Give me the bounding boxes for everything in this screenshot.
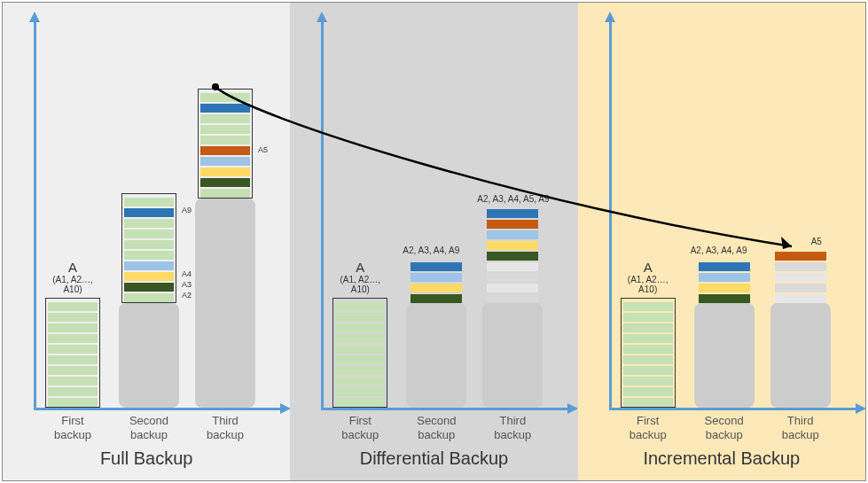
x-labels-diff: First backup Second backup Third backup — [330, 414, 577, 441]
bar-incr-second: A2, A3, A4, A9 — [694, 261, 755, 408]
panel-title-full: Full Backup — [3, 448, 290, 469]
bar-full-second: A2 A3 A4 A9 — [119, 193, 179, 408]
bar-diff-first: A (A1, A2…, A10) — [330, 298, 390, 408]
bar-full-first: A (A1, A2…, A10) — [43, 298, 103, 408]
xlabel: First backup — [618, 414, 678, 441]
x-labels-full: First backup Second backup Third backup — [43, 414, 290, 441]
y-axis — [321, 20, 324, 410]
dataset-members: (A1, A2…, A10) — [330, 275, 390, 294]
y-axis — [609, 20, 612, 410]
xlabel: Second backup — [119, 414, 179, 441]
panel-title-diff: Differential Backup — [290, 448, 577, 469]
chart-full: A (A1, A2…, A10) A2 A3 A4 A9 — [34, 20, 281, 410]
bar-incr-third: A5 — [770, 250, 831, 408]
x-axis — [609, 408, 857, 410]
xlabel: Third backup — [195, 414, 255, 441]
dataset-name: A — [330, 260, 390, 275]
diagram-container: Total Space occupied A (A1, A2…, A10) — [2, 2, 866, 481]
label-a9: A9 — [182, 206, 192, 214]
x-axis — [34, 408, 282, 410]
xlabel: Second backup — [694, 414, 755, 441]
bar-full-third: A5 — [195, 89, 255, 408]
panel-differential-backup: A (A1, A2…, A10) A2, A3, A4, A9 — [290, 3, 577, 480]
chart-diff: A (A1, A2…, A10) A2, A3, A4, A9 — [321, 20, 568, 410]
label-a5: A5 — [258, 145, 268, 154]
bar-incr-first: A (A1, A2…, A10) — [618, 298, 678, 408]
xlabel: First backup — [43, 414, 103, 441]
x-labels-incr: First backup Second backup Third backup — [618, 414, 865, 441]
dataset-members: (A1, A2…, A10) — [43, 275, 103, 294]
x-axis — [321, 408, 569, 410]
dataset-name: A — [618, 260, 678, 275]
bar-diff-second: A2, A3, A4, A9 — [406, 261, 466, 408]
xlabel: Third backup — [482, 414, 543, 441]
label-a4: A4 — [182, 269, 192, 278]
label-a3: A3 — [182, 280, 192, 289]
dataset-name: A — [43, 260, 103, 275]
xlabel: Second backup — [406, 414, 466, 441]
panel-incremental-backup: A (A1, A2…, A10) A2, A3, A4, A9 — [578, 3, 865, 480]
label-diff-second: A2, A3, A4, A9 — [403, 245, 459, 255]
label-incr-third: A5 — [811, 237, 822, 246]
panel-full-backup: A (A1, A2…, A10) A2 A3 A4 A9 — [3, 3, 290, 480]
bar-diff-third: A2, A3, A4, A5, A9 — [482, 207, 543, 408]
y-axis — [34, 20, 36, 410]
xlabel: Third backup — [770, 414, 831, 441]
xlabel: First backup — [330, 414, 390, 441]
panel-title-incr: Incremental Backup — [578, 448, 865, 469]
chart-incr: A (A1, A2…, A10) A2, A3, A4, A9 — [609, 20, 856, 410]
label-a2: A2 — [182, 291, 192, 300]
dataset-members: (A1, A2…, A10) — [618, 275, 678, 294]
label-diff-third: A2, A3, A4, A5, A9 — [477, 194, 549, 204]
label-incr-second: A2, A3, A4, A9 — [691, 245, 747, 255]
